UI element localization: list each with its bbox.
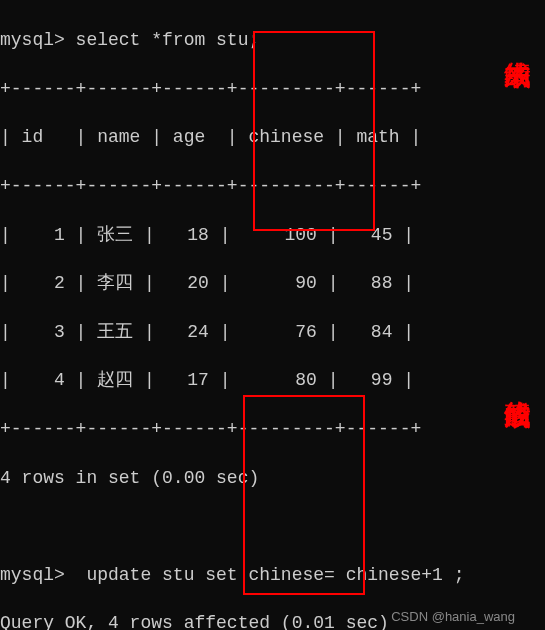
watermark: CSDN @hania_wang <box>391 609 515 624</box>
table-row: | 4 | 赵四 | 17 | 80 | 99 | <box>0 368 545 392</box>
mysql-prompt: mysql> <box>0 30 65 50</box>
table-separator: +------+------+------+---------+------+ <box>0 174 545 198</box>
table-separator: +------+------+------+---------+------+ <box>0 417 545 441</box>
table-row: | 1 | 张三 | 18 | 100 | 45 | <box>0 223 545 247</box>
table-row: | 3 | 王五 | 24 | 76 | 84 | <box>0 320 545 344</box>
mysql-prompt: mysql> <box>0 565 65 585</box>
table-separator: +------+------+------+---------+------+ <box>0 77 545 101</box>
table-row: | 2 | 李四 | 20 | 90 | 88 | <box>0 271 545 295</box>
select-query-1: select *from stu; <box>65 30 259 50</box>
update-query: update stu set chinese= chinese+1 ; <box>65 565 465 585</box>
rows-in-set: 4 rows in set (0.00 sec) <box>0 466 545 490</box>
table-header: | id | name | age | chinese | math | <box>0 125 545 149</box>
terminal-output: mysql> select *from stu; +------+------+… <box>0 4 545 630</box>
